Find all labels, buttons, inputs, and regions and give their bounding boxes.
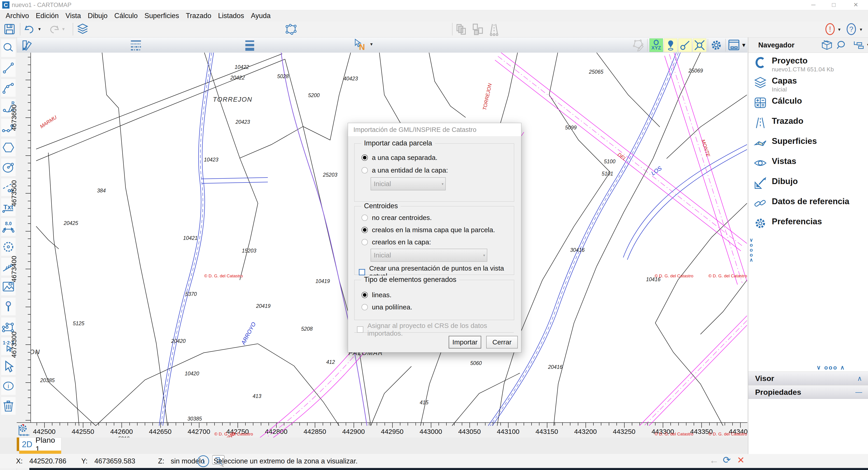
info-tool[interactable]: i xyxy=(1,377,16,395)
radio-icon[interactable] xyxy=(362,167,368,174)
nav-item-capas[interactable]: CapasInicial xyxy=(754,76,797,93)
close-button[interactable]: ✕ xyxy=(848,0,863,9)
nav-item-proyecto[interactable]: >Proyectonuevo1.CTM 651.04 Kb xyxy=(754,56,834,73)
nav-item-preferencias[interactable]: Preferencias xyxy=(754,217,822,230)
north-dropdown[interactable]: ▼ xyxy=(369,42,373,47)
radio-icon[interactable] xyxy=(362,215,368,221)
checkbox-crs[interactable]: Asignar al proyecto el CRS de los datos … xyxy=(357,322,521,337)
panel-splitter-horizontal[interactable]: ∨ ooo ∧ xyxy=(795,364,867,371)
visor-panel-header[interactable]: Visor ∧ xyxy=(748,372,868,385)
centroides-layer-combo[interactable]: Inicial ▾ xyxy=(371,249,487,262)
radio-no-centroides[interactable]: no crear centroides. xyxy=(362,214,432,222)
delete-tool[interactable] xyxy=(1,397,16,415)
nav-item-vistas[interactable]: Vistas xyxy=(754,157,796,169)
select-tool[interactable] xyxy=(1,357,16,375)
menu-listados[interactable]: Listados xyxy=(215,12,247,20)
menu-archivo[interactable]: Archivo xyxy=(2,12,32,20)
y-coordinate: 4673659.583 xyxy=(94,457,135,465)
undo-button[interactable] xyxy=(24,24,36,35)
map-label: 30416 xyxy=(570,247,585,253)
dimension-tool[interactable]: 8.0 xyxy=(1,218,16,236)
alert-button[interactable]: ! xyxy=(824,23,836,35)
radio-capa-separada[interactable]: a una capa separada. xyxy=(362,154,437,161)
cerrar-button[interactable]: Cerrar xyxy=(486,336,518,348)
nav-item-superficies[interactable]: Superficies xyxy=(754,136,817,150)
menu-dibujo[interactable]: Dibujo xyxy=(84,12,111,20)
tab-plano-1[interactable]: 2D Plano 1 xyxy=(17,437,61,451)
layout-dropdown[interactable]: ▼ xyxy=(866,43,868,48)
radio-entidad-capa[interactable]: a una entidad de la capa: xyxy=(362,166,448,174)
radio-icon[interactable] xyxy=(362,155,368,161)
zoom-tool[interactable] xyxy=(1,39,16,57)
ruler-settings-icon[interactable] xyxy=(17,423,31,437)
nav-item-calculo[interactable]: Cálculo xyxy=(754,96,802,109)
radio-icon[interactable] xyxy=(362,292,368,298)
arc-tool[interactable] xyxy=(1,79,16,97)
layout-windows-icon[interactable] xyxy=(853,40,865,50)
nav-item-trazado-icon xyxy=(754,116,767,129)
menu-superficies[interactable]: Superficies xyxy=(141,12,182,20)
dialog-title-bar[interactable]: Importación de GML/INSPIRE de Catastro xyxy=(348,123,521,136)
undo-dropdown[interactable]: ▼ xyxy=(37,27,41,32)
radio-lineas[interactable]: lineas. xyxy=(362,291,392,299)
checkbox-icon[interactable] xyxy=(357,326,363,333)
panels-dropdown[interactable]: ▼ xyxy=(741,42,746,48)
minimize-button[interactable]: ─ xyxy=(806,0,820,9)
repeat-button[interactable]: ⟳ xyxy=(723,455,731,466)
edit-polygon-button[interactable] xyxy=(632,39,645,52)
group-legend: Centroides xyxy=(361,202,401,210)
propiedades-panel-header[interactable]: Propiedades — xyxy=(748,385,868,399)
alert-dropdown[interactable]: ▼ xyxy=(837,27,841,32)
combo-caret-icon[interactable]: ▾ xyxy=(442,182,443,186)
xyz-coordinates-toggle[interactable]: XYZ xyxy=(649,38,663,52)
snap-point-toggle[interactable] xyxy=(664,38,677,52)
road-view-button[interactable] xyxy=(488,23,500,36)
cancel-button[interactable]: ✕ xyxy=(737,455,745,465)
ruler-y-label: 4673500 xyxy=(10,180,18,207)
menu-ayuda[interactable]: Ayuda xyxy=(247,12,274,20)
radio-polilinea[interactable]: una polilínea. xyxy=(362,303,412,311)
panels-window-button[interactable] xyxy=(728,39,740,51)
importar-button[interactable]: Importar xyxy=(449,336,481,348)
radio-crearlos-capa[interactable]: crearlos en la capa: xyxy=(362,238,431,246)
tile-windows-button[interactable] xyxy=(471,23,484,35)
line-tool[interactable] xyxy=(1,59,16,77)
minimize-icon[interactable]: — xyxy=(855,388,862,396)
nav-item-datos-de-referencia[interactable]: Datos de referencia xyxy=(754,197,849,210)
checkbox-icon[interactable] xyxy=(359,269,365,275)
back-arrow-button[interactable]: ← xyxy=(709,455,719,466)
search-icon[interactable] xyxy=(836,40,847,51)
expand-icon[interactable]: ∧ xyxy=(857,374,862,382)
combo-value: Inicial xyxy=(374,251,391,259)
dialog-title-text: Importación de GML/INSPIRE de Catastro xyxy=(353,126,476,133)
help-dropdown[interactable]: ▼ xyxy=(859,27,863,32)
entidad-layer-combo[interactable]: Inicial ▾ xyxy=(371,177,446,190)
help-button[interactable]: ? xyxy=(845,23,858,35)
point-tool[interactable] xyxy=(1,298,16,315)
package-icon[interactable] xyxy=(821,40,833,51)
circle-tool[interactable] xyxy=(1,159,16,176)
combo-caret-icon[interactable]: ▾ xyxy=(483,253,485,257)
radio-icon[interactable] xyxy=(362,304,368,310)
redo-dropdown[interactable]: ▼ xyxy=(61,27,65,32)
snap-node-toggle[interactable] xyxy=(678,38,692,52)
redo-button[interactable] xyxy=(48,24,60,35)
settings-gear-button[interactable] xyxy=(710,39,722,52)
cascade-windows-button[interactable] xyxy=(456,23,468,35)
polygon-tool[interactable] xyxy=(1,139,16,156)
north-cursor-tool[interactable]: N ▼ xyxy=(353,38,377,52)
menu-vista[interactable]: Vista xyxy=(62,12,84,20)
nav-item-trazado[interactable]: Trazado xyxy=(754,116,803,129)
cloud-tool[interactable] xyxy=(1,238,16,256)
menu-calculo[interactable]: Cálculo xyxy=(111,12,141,20)
radio-icon[interactable] xyxy=(362,227,368,233)
nav-item-dibujo[interactable]: Dibujo xyxy=(754,177,798,190)
menu-trazado[interactable]: Trazado xyxy=(182,12,215,20)
radio-icon[interactable] xyxy=(362,239,368,245)
snap-intersection-toggle[interactable] xyxy=(693,38,706,52)
radio-misma-capa[interactable]: crealos en la misma capa que la parcela. xyxy=(362,226,495,234)
save-button[interactable] xyxy=(4,23,16,35)
maximize-button[interactable]: □ xyxy=(827,0,841,9)
map-splitter-vertical[interactable]: ∨ooo∧ xyxy=(748,238,754,262)
menu-edicion[interactable]: Edición xyxy=(32,12,62,20)
